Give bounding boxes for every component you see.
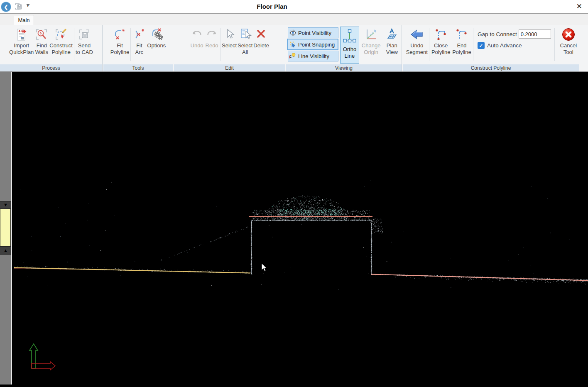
fit-arc-button[interactable]: Fit Arc [132, 26, 147, 56]
window-title: Floor Plan [257, 3, 287, 10]
elevation-scrollbar: ▼ ▲ [0, 72, 12, 385]
quick-access-caret-icon[interactable]: ▾ [26, 4, 30, 7]
scroll-up-icon: ▲ [3, 248, 8, 253]
construct-polyline-button[interactable]: Construct Polyline [49, 26, 73, 56]
group-viewing: Point Visibility Point Sn [286, 25, 402, 71]
options-button[interactable]: Options [147, 26, 166, 49]
undo-icon [190, 27, 204, 42]
group-construct-polyline: Undo Segment Close P [403, 25, 579, 71]
scroll-down-button[interactable]: ▼ [0, 201, 11, 209]
separator [74, 28, 74, 61]
end-polyline-button[interactable]: End Polyline [451, 26, 472, 56]
group-caption-tools: Tools [103, 64, 173, 71]
import-quickplan-button[interactable]: Import QuickPlan [9, 26, 34, 56]
send-to-cad-icon [77, 27, 91, 42]
ribbon: Import QuickPlan Find Walls [0, 25, 588, 71]
group-caption-construct-polyline: Construct Polyline [403, 64, 579, 71]
separator [554, 28, 555, 61]
auto-advance-row[interactable]: ✓ Auto Advance [478, 42, 551, 49]
construct-polyline-icon [54, 27, 68, 42]
tab-main[interactable]: Main [14, 15, 34, 25]
fit-polyline-icon [113, 27, 127, 42]
ortho-line-toggle[interactable]: Ortho Line [340, 27, 359, 64]
auto-advance-label: Auto Advance [487, 42, 522, 49]
select-cursor-icon [222, 27, 236, 42]
application-window: ❮ ▾ Floor Plan ✕ Main [0, 0, 588, 387]
select-button[interactable]: Select [221, 26, 237, 49]
group-caption-process: Process [0, 64, 102, 71]
options-icon [149, 27, 164, 42]
back-chevron-icon: ❮ [4, 4, 8, 10]
gap-to-connect-input[interactable] [519, 29, 551, 39]
cancel-tool-button[interactable]: Cancel Tool [558, 26, 579, 56]
redo-icon [205, 27, 219, 42]
select-all-icon [238, 27, 252, 42]
cancel-tool-icon [561, 27, 576, 42]
group-caption-edit: Edit [174, 64, 285, 71]
ortho-line-icon [342, 27, 358, 46]
scroll-down-icon: ▼ [3, 203, 8, 207]
ribbon-tab-strip: Main [0, 14, 588, 25]
checkmark-icon: ✓ [479, 43, 483, 49]
delete-icon [254, 27, 268, 42]
group-process: Import QuickPlan Find Walls [0, 25, 103, 71]
undo-button[interactable]: Undo [189, 26, 204, 49]
plan-view-icon [385, 27, 399, 42]
close-icon[interactable]: ✕ [575, 2, 584, 11]
plan-view-button[interactable]: Plan View [382, 26, 402, 56]
change-origin-button[interactable]: Change Origin [360, 26, 382, 56]
group-caption-viewing: Viewing [286, 64, 402, 71]
redo-button[interactable]: Redo [204, 26, 219, 49]
find-walls-button[interactable]: Find Walls [34, 26, 49, 56]
line-visibility-icon [289, 53, 296, 59]
separator [473, 28, 473, 61]
title-bar: ❮ ▾ Floor Plan ✕ [0, 0, 588, 14]
find-walls-icon [34, 27, 49, 42]
close-polyline-icon [434, 27, 448, 42]
save-icon[interactable] [15, 3, 22, 10]
point-cloud-viewport[interactable]: ▼ ▲ [0, 71, 588, 387]
scrollbar-thumb[interactable] [0, 208, 11, 247]
close-polyline-button[interactable]: Close Polyline [430, 26, 451, 56]
separator [130, 28, 131, 61]
auto-advance-checkbox[interactable]: ✓ [478, 42, 485, 49]
point-visibility-toggle[interactable]: Point Visibility [288, 27, 338, 38]
scroll-up-button[interactable]: ▲ [0, 247, 11, 255]
group-tools: Fit Polyline Fit Arc [103, 25, 173, 71]
separator [220, 28, 220, 61]
select-all-button[interactable]: Select All [237, 26, 253, 56]
gap-to-connect-label: Gap to Connect [478, 31, 517, 37]
back-button[interactable]: ❮ [1, 2, 11, 12]
point-cloud-canvas[interactable] [0, 72, 588, 387]
change-origin-icon [364, 27, 379, 42]
undo-segment-icon [409, 27, 424, 42]
group-edit: Undo Redo [174, 25, 285, 71]
send-to-cad-button[interactable]: Send to CAD [75, 26, 93, 56]
separator [429, 28, 429, 61]
point-snapping-icon [289, 41, 296, 48]
undo-segment-button[interactable]: Undo Segment [405, 26, 428, 56]
end-polyline-icon [455, 27, 469, 42]
fit-arc-icon [132, 27, 146, 42]
import-quickplan-icon [15, 27, 29, 42]
line-visibility-toggle[interactable]: Line Visibility [288, 51, 338, 61]
point-visibility-icon [289, 29, 296, 36]
delete-button[interactable]: Delete [253, 26, 270, 49]
point-snapping-toggle[interactable]: Point Snapping [287, 39, 338, 50]
fit-polyline-button[interactable]: Fit Polyline [110, 26, 130, 56]
